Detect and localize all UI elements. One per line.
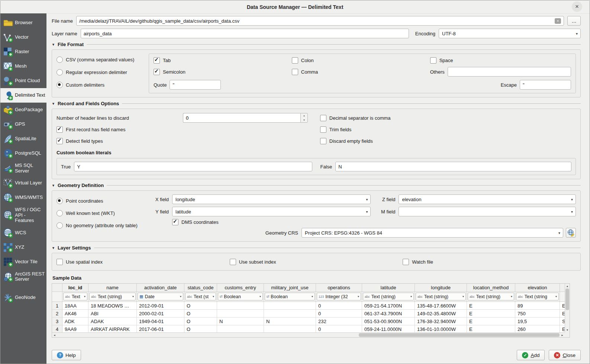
header-lines-spinner[interactable]: ▲▼ <box>183 113 308 123</box>
horizontal-scroll-thumb[interactable] <box>359 333 560 337</box>
geometry-crs-combobox[interactable]: Project CRS: EPSG:4326 - WGS 84▾ <box>302 228 563 238</box>
column-type-combobox-military_joint_use[interactable]: t/fBoolean▾ <box>265 293 315 300</box>
close-button[interactable]: ✕ Close <box>549 350 581 360</box>
collapse-arrow-icon[interactable]: ▼ <box>52 102 55 106</box>
scroll-right-icon[interactable]: ► <box>560 333 565 337</box>
clear-text-icon[interactable]: × <box>555 18 561 24</box>
column-header-activation_date[interactable]: activation_date <box>137 284 184 292</box>
sidebar-item-virtual-layer[interactable]: Virtual Layer <box>0 176 46 190</box>
sidebar-item-point-cloud[interactable]: Point Cloud <box>0 74 46 88</box>
file-name-input[interactable]: /media/delazj/TRAVAIL/dev/github/qgis_sa… <box>76 16 564 26</box>
column-type-combobox-loc_id[interactable]: abcText▾ <box>63 293 87 300</box>
column-type-combobox-activation_date[interactable]: ▦Date▾ <box>138 293 183 300</box>
sidebar-item-arcgis-rest-server[interactable]: ArcGIS REST Server <box>0 269 46 284</box>
spin-down-icon[interactable]: ▼ <box>301 118 307 122</box>
column-type-combobox-status_code[interactable]: abcText (st▾ <box>185 293 216 300</box>
column-type-combobox-elevation[interactable]: abcText (string▾ <box>516 293 559 300</box>
column-type-combobox-latitude[interactable]: abcText (string)▾ <box>363 293 414 300</box>
scroll-left-icon[interactable]: ◄ <box>52 333 57 337</box>
encoding-label: Encoding <box>415 31 435 36</box>
data-source-manager-dialog: Data Source Manager — Delimited Text × B… <box>0 0 590 364</box>
watch-file-checkbox[interactable]: Watch file <box>403 259 576 265</box>
column-header-elevation[interactable]: elevation <box>515 284 560 292</box>
collapse-arrow-icon[interactable]: ▼ <box>52 184 55 187</box>
column-header-loc_id[interactable]: loc_id <box>62 284 88 292</box>
detect-field-types-checkbox[interactable]: Detect field types <box>57 138 320 144</box>
radio-csv[interactable]: CSV (comma separated values) <box>57 57 149 63</box>
collapse-arrow-icon[interactable]: ▼ <box>52 43 55 46</box>
sidebar-item-xyz[interactable]: XYZ <box>0 240 46 255</box>
column-type-combobox-name[interactable]: abcText (string)▾ <box>89 293 136 300</box>
column-header-military_joint_use[interactable]: military_joint_use <box>264 284 316 292</box>
decimal-separator-comma-checkbox[interactable]: Decimal separator is comma <box>320 115 576 121</box>
dms-coordinates-checkbox[interactable]: DMS coordinates <box>172 219 219 225</box>
column-type-label: Boolean <box>271 294 288 299</box>
others-input[interactable] <box>448 67 571 77</box>
sidebar-item-vector-tile[interactable]: Vector Tile <box>0 255 46 269</box>
column-header-location_method[interactable]: location_method <box>467 284 515 292</box>
z-field-combobox[interactable]: elevation▾ <box>399 194 576 204</box>
horizontal-scrollbar[interactable]: ◄ ► <box>52 332 565 337</box>
browse-file-button[interactable]: … <box>567 16 581 26</box>
use-spatial-index-checkbox[interactable]: Use spatial index <box>57 259 230 265</box>
use-subset-index-checkbox[interactable]: Use subset index <box>230 259 403 265</box>
encoding-combobox[interactable]: UTF-8 ▾ <box>439 29 581 38</box>
collapse-arrow-icon[interactable]: ▼ <box>52 246 55 250</box>
colon-checkbox[interactable]: Colon <box>292 57 430 64</box>
vertical-scroll-thumb[interactable] <box>565 289 569 310</box>
x-field-combobox[interactable]: longitude▾ <box>172 194 371 204</box>
space-checkbox[interactable]: Space <box>430 57 571 64</box>
column-header-longitude[interactable]: longitude <box>415 284 467 292</box>
column-header-latitude[interactable]: latitude <box>362 284 415 292</box>
column-type-combobox-operations[interactable]: 123Integer (32▾ <box>317 293 361 300</box>
add-button[interactable]: ✓ Add <box>517 350 545 360</box>
sidebar-item-mesh[interactable]: Mesh <box>0 59 46 74</box>
radio-point-coordinates[interactable]: Point coordinates <box>57 198 149 204</box>
column-header-name[interactable]: name <box>88 284 137 292</box>
titlebar[interactable]: Data Source Manager — Delimited Text × <box>0 0 590 14</box>
quote-input[interactable] <box>170 80 221 90</box>
first-record-field-names-checkbox[interactable]: First record has field names <box>57 126 320 133</box>
sidebar-item-gps[interactable]: GPS <box>0 117 46 132</box>
window-close-icon[interactable]: × <box>572 1 582 12</box>
layer-name-input[interactable] <box>81 29 409 38</box>
false-literal-input[interactable] <box>335 162 571 171</box>
radio-custom-delimiters[interactable]: Custom delimiters <box>57 82 149 88</box>
sidebar-item-wms-wmts[interactable]: WMS/WMTS <box>0 190 46 205</box>
sidebar-item-vector[interactable]: Vector <box>0 30 46 45</box>
sidebar-item-geonode[interactable]: GeoNode <box>0 290 46 305</box>
y-field-combobox[interactable]: latitude▾ <box>172 207 371 216</box>
true-literal-input[interactable] <box>74 162 312 171</box>
column-header-status_code[interactable]: status_code <box>184 284 217 292</box>
sidebar-item-delimited-text[interactable]: Delimited Text <box>0 88 46 103</box>
radio-regexp-delimiter[interactable]: Regular expression delimiter <box>57 69 149 75</box>
sidebar-item-wfs-ogc-api-features[interactable]: WFS / OGC API - Features <box>0 205 46 226</box>
vertical-scrollbar[interactable]: ▲ ▼ <box>565 284 570 332</box>
tab-checkbox[interactable]: Tab <box>154 57 292 64</box>
radio-no-geometry[interactable]: No geometry (attribute only table) <box>57 222 149 229</box>
sidebar-item-geopackage[interactable]: GeoPackage <box>0 103 46 117</box>
help-button[interactable]: ? Help <box>52 350 81 360</box>
escape-input[interactable] <box>520 80 571 90</box>
trim-fields-checkbox[interactable]: Trim fields <box>320 126 576 133</box>
scroll-down-icon[interactable]: ▼ <box>565 328 570 332</box>
sidebar-item-wcs[interactable]: WCS <box>0 226 46 240</box>
sidebar-item-postgresql[interactable]: PostgreSQL <box>0 146 46 161</box>
column-header-customs_entry[interactable]: customs_entry <box>217 284 264 292</box>
sidebar-item-ms-sql-server[interactable]: MS SQL Server <box>0 161 46 176</box>
sidebar-item-spatialite[interactable]: SpatiaLite <box>0 132 46 146</box>
radio-wkt[interactable]: Well known text (WKT) <box>57 210 149 216</box>
semicolon-checkbox[interactable]: Semicolon <box>154 69 292 75</box>
column-type-combobox-location_method[interactable]: abcText (string)▾ <box>468 293 514 300</box>
column-type-combobox-customs_entry[interactable]: t/fBoolean▾ <box>218 293 263 300</box>
comma-checkbox[interactable]: Comma <box>292 69 430 75</box>
scroll-up-icon[interactable]: ▲ <box>565 284 570 289</box>
column-type-combobox-longitude[interactable]: abcText (string)▾ <box>416 293 466 300</box>
spin-up-icon[interactable]: ▲ <box>301 113 307 118</box>
sidebar-item-browser[interactable]: Browser <box>0 16 46 30</box>
column-header-operations[interactable]: operations <box>316 284 362 292</box>
select-crs-button[interactable] <box>566 228 576 238</box>
sidebar-item-raster[interactable]: Raster <box>0 45 46 59</box>
discard-empty-fields-checkbox[interactable]: Discard empty fields <box>320 138 576 144</box>
m-field-combobox[interactable]: ▾ <box>399 207 576 216</box>
